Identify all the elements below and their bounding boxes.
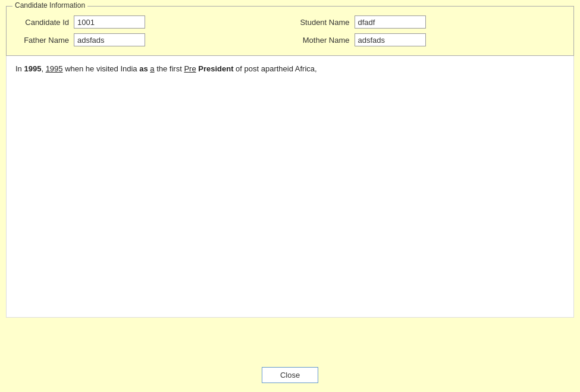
page-wrapper: Candidate Information Candidate Id Stude…: [6, 6, 574, 318]
student-name-row: Student Name: [296, 15, 565, 29]
paragraph-text: In 1995, 1995 when he visited India as a…: [15, 63, 565, 76]
president-bold: President: [198, 64, 233, 73]
mother-name-input[interactable]: [355, 33, 426, 46]
mother-name-row: Mother Name: [296, 33, 565, 46]
father-name-label: Father Name: [15, 36, 69, 45]
year-underline: 1995: [46, 64, 63, 73]
pre-underline: Pre: [184, 64, 196, 73]
year-bold: 1995: [24, 64, 41, 73]
a-underline: a: [150, 64, 154, 73]
candidate-id-row: Candidate Id: [15, 15, 284, 29]
section-legend: Candidate Information: [12, 1, 87, 10]
student-name-input[interactable]: [355, 15, 426, 29]
student-name-label: Student Name: [296, 18, 350, 27]
candidate-id-input[interactable]: [74, 15, 145, 29]
mother-name-label: Mother Name: [296, 36, 350, 45]
as-bold: as: [139, 64, 148, 73]
content-area: In 1995, 1995 when he visited India as a…: [6, 56, 574, 318]
father-name-input[interactable]: [74, 33, 145, 46]
footer-area: Close: [0, 358, 580, 392]
fields-grid: Candidate Id Student Name Father Name Mo…: [15, 15, 565, 46]
father-name-row: Father Name: [15, 33, 284, 46]
candidate-info-section: Candidate Information Candidate Id Stude…: [6, 6, 574, 56]
close-button[interactable]: Close: [262, 367, 318, 383]
candidate-id-label: Candidate Id: [15, 18, 69, 27]
